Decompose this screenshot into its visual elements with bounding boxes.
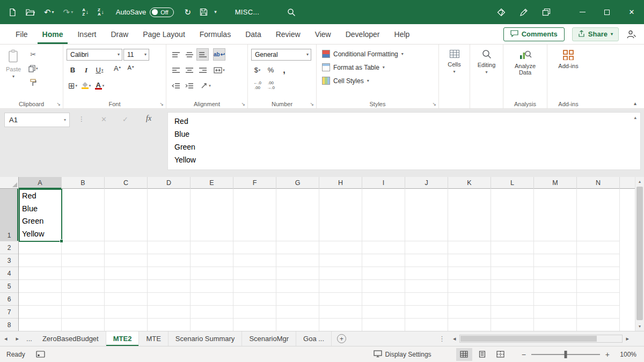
column-header-G[interactable]: G xyxy=(276,177,319,189)
grid-row-4[interactable] xyxy=(19,267,620,280)
italic-button[interactable]: I xyxy=(80,64,92,76)
open-folder-icon[interactable] xyxy=(26,9,35,16)
undo-button[interactable]: ↶▾ xyxy=(44,8,54,16)
insert-function-icon[interactable]: fx xyxy=(146,114,151,123)
format-painter-icon[interactable] xyxy=(27,76,39,88)
scroll-up-icon[interactable]: ▴ xyxy=(635,177,644,186)
row-header-5[interactable]: 5 xyxy=(0,280,18,293)
column-header-H[interactable]: H xyxy=(319,177,362,189)
row-header-7[interactable]: 7 xyxy=(0,306,18,319)
horizontal-scrollbar[interactable]: ◂ ▸ xyxy=(450,331,632,346)
comments-button[interactable]: Comments xyxy=(503,27,565,41)
horizontal-scroll-thumb[interactable] xyxy=(460,336,597,342)
align-left-button[interactable] xyxy=(170,64,182,76)
grid-row-3[interactable] xyxy=(19,254,620,267)
cells-viewport[interactable]: RedBlueGreenYellow xyxy=(19,189,635,331)
column-header-C[interactable]: C xyxy=(105,177,148,189)
page-layout-view-icon[interactable] xyxy=(474,348,491,361)
column-header-K[interactable]: K xyxy=(448,177,491,189)
diamond-icon[interactable] xyxy=(497,8,506,17)
middle-align-button[interactable] xyxy=(183,48,195,61)
orientation-button[interactable]: ▾ xyxy=(200,79,212,92)
paste-button[interactable]: Paste ▾ xyxy=(3,47,24,97)
row-header-4[interactable]: 4 xyxy=(0,267,18,280)
currency-format-button[interactable]: $▾ xyxy=(251,64,264,76)
cells-button[interactable]: Cells ▾ xyxy=(442,47,466,97)
menu-tab-help[interactable]: Help xyxy=(390,24,415,44)
menu-tab-formulas[interactable]: Formulas xyxy=(195,24,236,44)
percent-format-button[interactable]: % xyxy=(265,64,277,76)
collapse-formula-bar-icon[interactable]: ▴ xyxy=(634,115,636,120)
wrap-text-button[interactable]: ab↩ xyxy=(213,48,225,61)
grid-row-8[interactable] xyxy=(19,319,620,331)
row-header-1[interactable]: 1 xyxy=(0,189,18,241)
person-icon[interactable] xyxy=(626,30,636,39)
formula-bar-handle[interactable]: ⋮ xyxy=(78,115,85,123)
underline-button[interactable]: U▾ xyxy=(93,64,106,76)
hscroll-track[interactable] xyxy=(459,335,623,343)
decrease-indent-button[interactable] xyxy=(170,79,182,92)
sheet-tab-mte[interactable]: MTE xyxy=(139,331,168,346)
customize-quick-access-icon[interactable]: ▾ xyxy=(214,10,217,14)
number-dialog-launcher[interactable]: ↘ xyxy=(310,101,314,107)
sort-ascending-button[interactable]: AZ↓ xyxy=(82,8,89,17)
column-header-N[interactable]: N xyxy=(577,177,620,189)
alignment-dialog-launcher[interactable]: ↘ xyxy=(241,101,245,107)
page-break-view-icon[interactable] xyxy=(493,348,509,361)
active-cell[interactable]: RedBlueGreenYellow xyxy=(19,189,62,242)
normal-view-icon[interactable] xyxy=(456,348,472,361)
column-header-L[interactable]: L xyxy=(491,177,534,189)
zoom-in-icon[interactable]: + xyxy=(605,350,610,359)
zoom-level[interactable]: 100% xyxy=(615,351,636,358)
column-header-M[interactable]: M xyxy=(534,177,577,189)
styles-dialog-launcher[interactable]: ↘ xyxy=(432,101,436,107)
search-icon[interactable] xyxy=(287,8,296,17)
analyze-data-button[interactable]: Analyze Data xyxy=(507,47,544,97)
fill-handle[interactable] xyxy=(60,239,63,243)
align-center-button[interactable] xyxy=(183,64,195,76)
sheet-tab-goa[interactable]: Goa ... xyxy=(296,331,332,346)
column-header-D[interactable]: D xyxy=(148,177,191,189)
align-right-button[interactable] xyxy=(196,64,209,76)
autosave-toggle[interactable]: Off xyxy=(150,8,173,17)
column-header-A[interactable]: A xyxy=(19,177,62,189)
borders-button[interactable]: ⊞▾ xyxy=(67,79,79,92)
select-all-button[interactable] xyxy=(0,177,19,189)
confirm-entry-icon[interactable]: ✓ xyxy=(122,115,128,123)
clipboard-dialog-launcher[interactable]: ↘ xyxy=(56,101,61,107)
font-color-button[interactable]: A ▾ xyxy=(93,79,106,92)
cell-styles-button[interactable]: Cell Styles ▾ xyxy=(320,74,435,87)
grid-row-2[interactable] xyxy=(19,241,620,254)
cancel-entry-icon[interactable]: ✕ xyxy=(101,115,107,123)
sheet-tab-scenariomgr[interactable]: ScenarioMgr xyxy=(242,331,296,346)
sheet-nav-left-icon[interactable]: ◂ xyxy=(0,331,12,346)
zoom-slider[interactable] xyxy=(531,354,600,355)
save-icon[interactable] xyxy=(200,8,208,16)
column-header-I[interactable]: I xyxy=(362,177,405,189)
collapse-ribbon-icon[interactable]: ▴ xyxy=(634,100,636,106)
sheet-overflow-indicator[interactable]: ... xyxy=(23,331,35,346)
macro-record-icon[interactable] xyxy=(36,351,45,358)
refresh-icon[interactable]: ↻ xyxy=(185,8,192,16)
autosave-control[interactable]: AutoSave Off xyxy=(116,8,174,17)
increase-font-size-button[interactable]: A▴ xyxy=(111,64,123,76)
tabbar-splitter[interactable]: ⋮ xyxy=(434,331,450,346)
grid-row-5[interactable] xyxy=(19,280,620,293)
number-format-combo[interactable]: General▾ xyxy=(251,49,311,61)
share-button[interactable]: Share ▾ xyxy=(572,27,619,41)
cut-button[interactable]: ✂ xyxy=(27,48,39,61)
sheet-nav-right-icon[interactable]: ▸ xyxy=(12,331,24,346)
redo-button[interactable]: ↷▾ xyxy=(63,8,74,16)
new-sheet-button[interactable]: + xyxy=(337,331,346,346)
grid-row-1[interactable] xyxy=(19,189,620,241)
sheet-tab-mte2[interactable]: MTE2 xyxy=(106,331,140,346)
menu-tab-developer[interactable]: Developer xyxy=(341,24,385,44)
menu-tab-review[interactable]: Review xyxy=(271,24,305,44)
column-header-J[interactable]: J xyxy=(405,177,448,189)
pen-icon[interactable] xyxy=(519,8,528,17)
font-name-combo[interactable]: Calibri▾ xyxy=(67,49,122,61)
grid-row-6[interactable] xyxy=(19,293,620,306)
row-header-6[interactable]: 6 xyxy=(0,293,18,306)
increase-decimal-button[interactable]: ←.0.00 xyxy=(251,79,264,92)
decrease-decimal-button[interactable]: .00→.0 xyxy=(265,79,277,92)
